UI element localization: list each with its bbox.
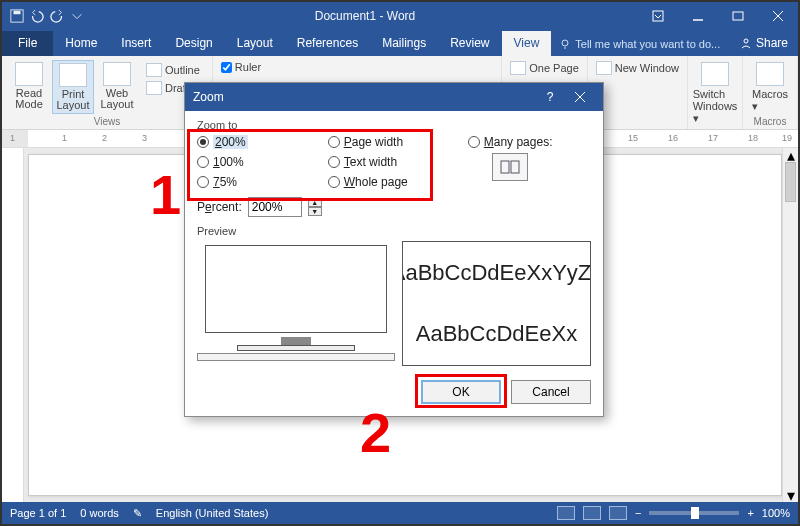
lightbulb-icon bbox=[559, 38, 571, 50]
read-mode-button[interactable]: Read Mode bbox=[8, 60, 50, 114]
tab-home[interactable]: Home bbox=[53, 31, 109, 56]
redo-icon[interactable] bbox=[50, 9, 64, 23]
web-layout-button[interactable]: Web Layout bbox=[96, 60, 138, 114]
share-icon bbox=[740, 37, 752, 49]
scroll-up-icon[interactable]: ▴ bbox=[783, 148, 798, 162]
tab-layout[interactable]: Layout bbox=[225, 31, 285, 56]
undo-icon[interactable] bbox=[30, 9, 44, 23]
annotation-number-1: 1 bbox=[150, 162, 181, 227]
quick-access-toolbar bbox=[2, 9, 92, 23]
preview-monitor bbox=[197, 241, 394, 366]
print-layout-label: Print Layout bbox=[55, 89, 91, 111]
group-macros: Macros▾ Macros bbox=[743, 56, 798, 129]
status-bar: Page 1 of 1 0 words ✎ English (United St… bbox=[2, 502, 798, 524]
ruler-tick: 3 bbox=[142, 133, 147, 143]
ribbon-options-icon[interactable] bbox=[638, 2, 678, 30]
scroll-thumb[interactable] bbox=[785, 162, 796, 202]
close-button[interactable] bbox=[758, 2, 798, 30]
draft-icon bbox=[146, 81, 162, 95]
ruler-label: Ruler bbox=[235, 61, 261, 73]
preview-sample: AaBbCcDdEeXxYyZz AaBbCcDdEeXx bbox=[402, 241, 591, 366]
ruler-tick: 2 bbox=[102, 133, 107, 143]
title-bar: Document1 - Word bbox=[2, 2, 798, 30]
tab-review[interactable]: Review bbox=[438, 31, 501, 56]
spin-down-icon[interactable]: ▼ bbox=[308, 207, 322, 216]
tell-me-box[interactable]: Tell me what you want to do... bbox=[551, 33, 728, 56]
new-window-icon bbox=[596, 61, 612, 75]
views-group-label: Views bbox=[94, 116, 121, 127]
switch-windows-label: Switch Windows ▾ bbox=[693, 88, 738, 125]
zoom-level[interactable]: 100% bbox=[762, 507, 790, 519]
dialog-close-button[interactable] bbox=[565, 83, 595, 111]
zoom-out-icon[interactable]: − bbox=[635, 507, 641, 519]
group-views: Read Mode Print Layout Web Layout Outlin… bbox=[2, 56, 213, 129]
cancel-button[interactable]: Cancel bbox=[511, 380, 591, 404]
dialog-help-button[interactable]: ? bbox=[535, 83, 565, 111]
web-layout-label: Web Layout bbox=[98, 88, 136, 110]
one-page-label: One Page bbox=[529, 62, 579, 74]
svg-rect-13 bbox=[511, 161, 519, 173]
sample-line-1: AaBbCcDdEeXxYyZz bbox=[402, 260, 591, 286]
tab-references[interactable]: References bbox=[285, 31, 370, 56]
group-switch-windows: Switch Windows ▾ bbox=[688, 56, 743, 129]
vertical-ruler[interactable] bbox=[2, 148, 24, 502]
ruler-tick: 18 bbox=[748, 133, 758, 143]
read-mode-view-icon[interactable] bbox=[557, 506, 575, 520]
tab-design[interactable]: Design bbox=[163, 31, 224, 56]
status-page[interactable]: Page 1 of 1 bbox=[10, 507, 66, 519]
tab-mailings[interactable]: Mailings bbox=[370, 31, 438, 56]
outline-label: Outline bbox=[165, 64, 200, 76]
status-language[interactable]: English (United States) bbox=[156, 507, 269, 519]
vertical-scrollbar[interactable]: ▴ ▾ bbox=[782, 148, 798, 502]
svg-rect-2 bbox=[653, 11, 663, 21]
ruler-tick: 15 bbox=[628, 133, 638, 143]
one-page-button[interactable]: One Page bbox=[508, 60, 581, 76]
read-mode-label: Read Mode bbox=[10, 88, 48, 110]
share-button[interactable]: Share bbox=[730, 31, 798, 56]
scroll-down-icon[interactable]: ▾ bbox=[783, 488, 798, 502]
tell-me-label: Tell me what you want to do... bbox=[575, 38, 720, 50]
window-title: Document1 - Word bbox=[92, 9, 638, 23]
svg-rect-1 bbox=[14, 11, 21, 15]
ruler-tick: 17 bbox=[708, 133, 718, 143]
ruler-checkbox[interactable]: Ruler bbox=[219, 60, 263, 74]
status-spell-icon[interactable]: ✎ bbox=[133, 507, 142, 520]
ruler-tick: 16 bbox=[668, 133, 678, 143]
percent-label: Percent: bbox=[197, 200, 242, 214]
dialog-titlebar[interactable]: Zoom ? bbox=[185, 83, 603, 111]
annotation-number-2: 2 bbox=[360, 400, 391, 465]
ruler-check[interactable] bbox=[221, 62, 232, 73]
radio-many-pages[interactable]: Many pages: bbox=[468, 135, 553, 149]
preview-label: Preview bbox=[197, 225, 591, 237]
qat-customize-icon[interactable] bbox=[70, 9, 84, 23]
tab-file[interactable]: File bbox=[2, 31, 53, 56]
macros-button[interactable]: Macros▾ bbox=[749, 60, 791, 115]
new-window-button[interactable]: New Window bbox=[594, 60, 681, 76]
switch-windows-button[interactable]: Switch Windows ▾ bbox=[694, 60, 736, 127]
zoom-in-icon[interactable]: + bbox=[747, 507, 753, 519]
dialog-title: Zoom bbox=[193, 90, 224, 104]
outline-button[interactable]: Outline bbox=[144, 62, 202, 78]
svg-rect-4 bbox=[733, 12, 743, 20]
tab-insert[interactable]: Insert bbox=[109, 31, 163, 56]
status-words[interactable]: 0 words bbox=[80, 507, 119, 519]
zoom-slider[interactable] bbox=[649, 511, 739, 515]
ruler-tick: 19 bbox=[782, 133, 792, 143]
annotation-box-2 bbox=[415, 374, 507, 408]
zoom-dialog: Zoom ? Zoom to 200% 100% 75% Page width … bbox=[184, 82, 604, 417]
print-layout-button[interactable]: Print Layout bbox=[52, 60, 94, 114]
save-icon[interactable] bbox=[10, 9, 24, 23]
tab-view[interactable]: View bbox=[502, 31, 552, 56]
many-pages-picker[interactable] bbox=[492, 153, 528, 181]
window-controls bbox=[638, 2, 798, 30]
print-layout-view-icon[interactable] bbox=[583, 506, 601, 520]
outline-icon bbox=[146, 63, 162, 77]
maximize-button[interactable] bbox=[718, 2, 758, 30]
new-window-label: New Window bbox=[615, 62, 679, 74]
svg-point-7 bbox=[562, 40, 568, 46]
minimize-button[interactable] bbox=[678, 2, 718, 30]
svg-point-9 bbox=[744, 39, 748, 43]
web-layout-view-icon[interactable] bbox=[609, 506, 627, 520]
macros-group-label: Macros bbox=[754, 116, 787, 127]
ruler-tick: 1 bbox=[62, 133, 67, 143]
